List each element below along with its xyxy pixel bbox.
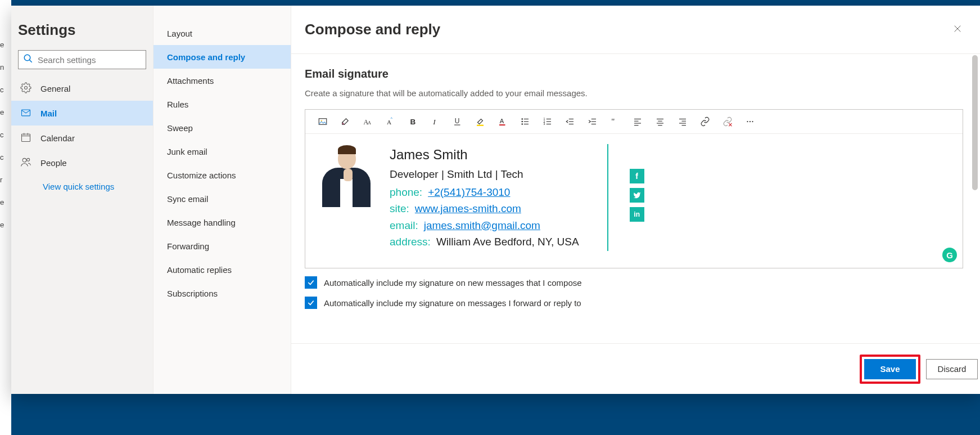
sidebar-item-calendar[interactable]: Calendar xyxy=(11,125,153,150)
signature-name: James Smith xyxy=(390,144,579,165)
subnav-sync-email[interactable]: Sync email xyxy=(153,187,291,210)
font-color-icon[interactable]: A xyxy=(498,116,508,127)
svg-point-62 xyxy=(749,121,751,122)
decrease-indent-icon[interactable] xyxy=(565,116,575,127)
svg-rect-4 xyxy=(22,134,30,141)
sidebar-item-label: General xyxy=(40,84,70,93)
check-new-messages-row: Automatically include my signature on ne… xyxy=(305,276,963,289)
italic-icon[interactable]: I xyxy=(430,116,440,127)
highlight-icon[interactable] xyxy=(475,116,485,127)
grammarly-icon[interactable]: G xyxy=(942,248,957,262)
checkbox-new-messages[interactable] xyxy=(305,276,317,289)
subnav-message-handling[interactable]: Message handling xyxy=(153,210,291,234)
save-highlight-annotation: Save xyxy=(860,355,920,384)
bold-icon[interactable]: B xyxy=(408,116,418,127)
close-icon xyxy=(953,24,962,35)
site-label: site: xyxy=(390,200,409,217)
phone-label: phone: xyxy=(390,184,422,200)
checkbox-reply-forward[interactable] xyxy=(305,297,317,309)
bulleted-list-icon[interactable] xyxy=(520,116,530,127)
sidebar-item-people[interactable]: People xyxy=(11,150,153,175)
svg-point-29 xyxy=(522,121,523,122)
svg-text:A: A xyxy=(500,118,504,124)
subnav-rules[interactable]: Rules xyxy=(153,92,291,116)
sidebar-item-label: Mail xyxy=(40,109,57,118)
svg-point-0 xyxy=(24,55,30,61)
signature-editor: AA A^ B I U A 123 " xyxy=(305,109,963,268)
sidebar-item-label: People xyxy=(40,158,67,168)
section-title: Email signature xyxy=(305,68,963,80)
svg-point-12 xyxy=(27,158,30,161)
facebook-icon[interactable]: f xyxy=(630,169,644,183)
more-options-icon[interactable] xyxy=(745,116,755,127)
section-description: Create a signature that will be automati… xyxy=(305,88,963,98)
mail-icon xyxy=(20,107,40,120)
subnav-forwarding[interactable]: Forwarding xyxy=(153,234,291,258)
align-center-icon[interactable] xyxy=(655,116,665,127)
gear-icon xyxy=(20,82,40,95)
scrollbar[interactable] xyxy=(972,55,978,342)
linkedin-icon[interactable]: in xyxy=(630,207,644,222)
insert-image-icon[interactable] xyxy=(318,116,328,127)
svg-text:U: U xyxy=(455,117,460,125)
site-link[interactable]: www.james-smith.com xyxy=(415,200,521,217)
svg-text:": " xyxy=(611,117,615,126)
subnav-layout[interactable]: Layout xyxy=(153,21,291,45)
numbered-list-icon[interactable]: 123 xyxy=(543,116,553,127)
font-family-icon[interactable]: AA xyxy=(363,116,373,127)
save-button[interactable]: Save xyxy=(864,359,916,379)
obscured-background: enceccree xyxy=(0,0,11,435)
email-link[interactable]: james.smith@gmail.com xyxy=(424,217,540,234)
align-right-icon[interactable] xyxy=(678,116,688,127)
phone-link[interactable]: +2(541)754-3010 xyxy=(428,184,510,200)
close-button[interactable] xyxy=(949,21,967,39)
discard-button[interactable]: Discard xyxy=(926,359,978,379)
svg-text:A: A xyxy=(368,120,371,125)
search-settings-box[interactable] xyxy=(18,50,146,69)
subnav-compose-reply[interactable]: Compose and reply xyxy=(153,45,291,69)
subnav-subscriptions[interactable]: Subscriptions xyxy=(153,281,291,305)
main-body: Email signature Create a signature that … xyxy=(291,54,980,343)
svg-line-1 xyxy=(29,60,32,62)
settings-title: Settings xyxy=(11,21,153,50)
insert-link-icon[interactable] xyxy=(700,116,710,127)
svg-text:B: B xyxy=(410,118,416,126)
main-header: Compose and reply xyxy=(291,6,980,54)
settings-modal: Settings General Mail Calendar People Vi… xyxy=(11,6,980,394)
sidebar-item-general[interactable]: General xyxy=(11,76,153,101)
subnav-customize-actions[interactable]: Customize actions xyxy=(153,163,291,187)
svg-point-63 xyxy=(752,121,753,122)
remove-link-icon[interactable] xyxy=(722,116,733,127)
quote-icon[interactable]: " xyxy=(610,116,620,127)
footer: Save Discard xyxy=(291,343,980,394)
view-quick-settings-link[interactable]: View quick settings xyxy=(11,175,153,191)
main-panel: Compose and reply Email signature Create… xyxy=(291,6,980,394)
svg-text:I: I xyxy=(432,118,436,126)
check-new-messages-label: Automatically include my signature on ne… xyxy=(324,278,582,288)
svg-text:3: 3 xyxy=(544,122,545,125)
svg-point-11 xyxy=(22,158,26,162)
subnav-junk-email[interactable]: Junk email xyxy=(153,140,291,163)
subnav-attachments[interactable]: Attachments xyxy=(153,69,291,92)
sidebar-item-mail[interactable]: Mail xyxy=(11,101,153,125)
align-left-icon[interactable] xyxy=(633,116,643,127)
editor-content[interactable]: James Smith Developer | Smith Ltd | Tech… xyxy=(305,134,963,268)
svg-point-28 xyxy=(522,119,523,120)
search-settings-input[interactable] xyxy=(38,55,144,65)
format-painter-icon[interactable] xyxy=(340,116,350,127)
underline-icon[interactable]: U xyxy=(453,116,463,127)
search-icon xyxy=(23,53,38,66)
svg-rect-15 xyxy=(319,119,327,125)
font-size-icon[interactable]: A^ xyxy=(385,116,395,127)
twitter-icon[interactable] xyxy=(630,188,644,203)
sidebar-item-label: Calendar xyxy=(40,133,75,143)
calendar-icon xyxy=(20,132,40,145)
subnav-sweep[interactable]: Sweep xyxy=(153,116,291,140)
social-icons: f in xyxy=(630,144,644,222)
page-title: Compose and reply xyxy=(305,21,440,38)
increase-indent-icon[interactable] xyxy=(588,116,598,127)
signature-divider xyxy=(607,144,608,251)
signature-text-block: James Smith Developer | Smith Ltd | Tech… xyxy=(390,144,579,250)
people-icon xyxy=(20,156,40,169)
subnav-automatic-replies[interactable]: Automatic replies xyxy=(153,258,291,281)
